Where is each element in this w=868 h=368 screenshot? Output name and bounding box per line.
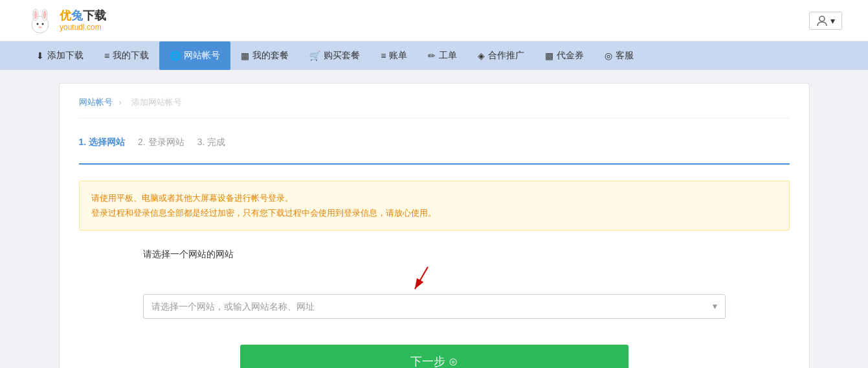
nav-item-affiliate[interactable]: ◈ 合作推广 <box>467 41 535 70</box>
breadcrumb-current: 添加网站帐号 <box>131 97 182 107</box>
user-button[interactable]: ▾ <box>809 12 842 30</box>
breadcrumb: 网站帐号 › 添加网站帐号 <box>79 97 790 119</box>
user-dropdown-icon: ▾ <box>830 16 835 26</box>
main-nav: ⬇ 添加下载 ≡ 我的下载 🌐 网站帐号 ▦ 我的套餐 🛒 购买套餐 ≡ 账单 … <box>0 41 868 70</box>
nav-item-website-account[interactable]: 🌐 网站帐号 <box>159 41 230 70</box>
arrow-hint-area <box>143 266 726 292</box>
form-label: 请选择一个网站的网站 <box>143 249 726 260</box>
notice-line2: 登录过程和登录信息全部都是经过加密，只有您下载过程中会使用到登录信息，请放心使用… <box>91 205 777 220</box>
package-icon: ▦ <box>241 51 249 61</box>
next-button-label: 下一步 ⊙ <box>410 354 458 368</box>
step-2: 2. 登录网站 <box>138 132 197 154</box>
svg-line-10 <box>415 267 428 289</box>
cart-icon: 🛒 <box>309 51 320 61</box>
step-1[interactable]: 1. 选择网站 <box>79 132 139 154</box>
content-box: 网站帐号 › 添加网站帐号 1. 选择网站 2. 登录网站 3. 完成 请使用平… <box>59 83 810 368</box>
svg-point-5 <box>37 23 39 25</box>
nav-label-customer-service: 客服 <box>616 50 634 62</box>
breadcrumb-separator: › <box>118 97 121 107</box>
website-select[interactable]: 请选择一个网站，或输入网站名称、网址 <box>143 294 726 319</box>
affiliate-icon: ◈ <box>478 51 485 61</box>
nav-label-add-download: 添加下载 <box>47 50 83 62</box>
select-wrapper: 请选择一个网站，或输入网站名称、网址 ▼ <box>143 294 726 319</box>
step-3: 3. 完成 <box>197 132 239 154</box>
step-1-label: 1. 选择网站 <box>79 137 126 148</box>
nav-label-my-package: 我的套餐 <box>252 50 289 62</box>
service-icon: ◎ <box>605 51 612 61</box>
nav-label-voucher: 代金券 <box>557 50 584 62</box>
workorder-icon: ✏ <box>428 51 436 61</box>
nav-item-customer-service[interactable]: ◎ 客服 <box>594 41 644 70</box>
nav-item-my-downloads[interactable]: ≡ 我的下载 <box>94 41 159 70</box>
logo-icon <box>26 6 54 35</box>
logo-text: 优兔下载 youtudl.com <box>60 9 106 32</box>
form-section: 请选择一个网站的网站 请选择一个网站，或输入网站名称、网址 ▼ <box>143 249 726 368</box>
nav-item-work-order[interactable]: ✏ 工单 <box>417 41 467 70</box>
nav-item-voucher[interactable]: ▦ 代金券 <box>535 41 594 70</box>
nav-label-work-order: 工单 <box>439 50 457 62</box>
logo-area: 优兔下载 youtudl.com <box>26 6 106 35</box>
download-icon: ⬇ <box>36 51 44 61</box>
logo-you: 优兔下载 <box>60 9 106 22</box>
nav-label-website-account: 网站帐号 <box>184 50 220 62</box>
main-content: 网站帐号 › 添加网站帐号 1. 选择网站 2. 登录网站 3. 完成 请使用平… <box>46 70 823 368</box>
notice-box: 请使用平板、电脑或者其他大屏幕设备进行帐号登录。 登录过程和登录信息全部都是经过… <box>79 181 790 231</box>
nav-item-bill[interactable]: ≡ 账单 <box>370 41 417 70</box>
next-button-wrap: 下一步 ⊙ <box>143 345 726 368</box>
website-icon: 🌐 <box>170 51 181 61</box>
nav-label-bill: 账单 <box>389 50 407 62</box>
notice-line1: 请使用平板、电脑或者其他大屏幕设备进行帐号登录。 <box>91 190 777 205</box>
voucher-icon: ▦ <box>545 51 553 61</box>
steps-bar: 1. 选择网站 2. 登录网站 3. 完成 <box>79 132 790 165</box>
svg-point-6 <box>42 23 44 25</box>
list-icon: ≡ <box>104 51 109 61</box>
logo-domain: youtudl.com <box>60 23 106 32</box>
nav-item-buy-package[interactable]: 🛒 购买套餐 <box>299 41 370 70</box>
header: 优兔下载 youtudl.com ▾ <box>0 0 868 41</box>
user-icon <box>816 15 828 27</box>
svg-point-3 <box>34 10 38 19</box>
nav-item-add-download[interactable]: ⬇ 添加下载 <box>26 41 94 70</box>
svg-point-8 <box>819 16 825 21</box>
red-arrow-icon <box>395 266 434 292</box>
nav-label-my-downloads: 我的下载 <box>113 50 149 62</box>
step-3-label: 3. 完成 <box>197 137 226 148</box>
next-button[interactable]: 下一步 ⊙ <box>240 345 629 368</box>
nav-label-affiliate: 合作推广 <box>488 50 524 62</box>
breadcrumb-parent-link[interactable]: 网站帐号 <box>79 97 113 107</box>
nav-label-buy-package: 购买套餐 <box>324 50 360 62</box>
svg-point-7 <box>38 26 42 28</box>
svg-point-4 <box>43 10 47 19</box>
step-2-label: 2. 登录网站 <box>138 137 184 148</box>
bill-icon: ≡ <box>381 51 386 61</box>
nav-item-my-package[interactable]: ▦ 我的套餐 <box>230 41 299 70</box>
